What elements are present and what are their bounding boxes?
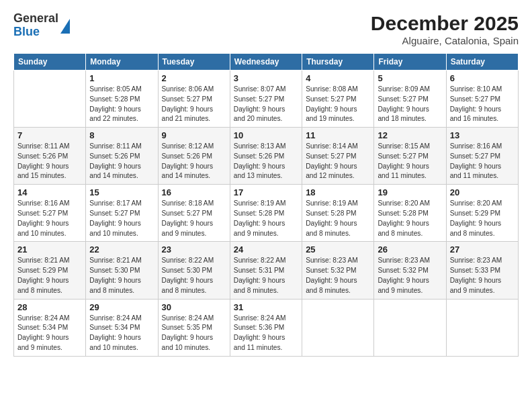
day-info: Sunrise: 8:20 AMSunset: 5:29 PMDaylight:…	[450, 199, 515, 238]
day-info: Sunrise: 8:21 AMSunset: 5:30 PMDaylight:…	[89, 256, 154, 295]
day-number: 3	[234, 73, 298, 83]
day-number: 26	[378, 244, 442, 255]
calendar-week-1: 1Sunrise: 8:05 AMSunset: 5:28 PMDaylight…	[14, 71, 519, 128]
logo-triangle-icon	[60, 19, 70, 34]
table-cell: 26Sunrise: 8:23 AMSunset: 5:32 PMDayligh…	[374, 242, 446, 299]
table-cell: 22Sunrise: 8:21 AMSunset: 5:30 PMDayligh…	[86, 242, 158, 299]
col-sunday: Sunday	[14, 54, 86, 71]
col-saturday: Saturday	[446, 54, 518, 71]
table-cell: 3Sunrise: 8:07 AMSunset: 5:27 PMDaylight…	[230, 71, 302, 128]
day-number: 7	[17, 130, 82, 140]
day-info: Sunrise: 8:21 AMSunset: 5:29 PMDaylight:…	[17, 256, 82, 295]
table-cell: 7Sunrise: 8:11 AMSunset: 5:26 PMDaylight…	[14, 128, 86, 185]
table-cell	[446, 299, 518, 356]
day-number: 6	[450, 73, 515, 83]
day-info: Sunrise: 8:15 AMSunset: 5:27 PMDaylight:…	[378, 142, 442, 181]
table-cell: 5Sunrise: 8:09 AMSunset: 5:27 PMDaylight…	[374, 71, 446, 128]
day-number: 13	[450, 130, 515, 140]
table-cell: 17Sunrise: 8:19 AMSunset: 5:28 PMDayligh…	[230, 185, 302, 242]
table-cell	[14, 71, 86, 128]
day-info: Sunrise: 8:19 AMSunset: 5:28 PMDaylight:…	[234, 199, 298, 238]
day-info: Sunrise: 8:05 AMSunset: 5:28 PMDaylight:…	[89, 85, 154, 124]
table-cell: 8Sunrise: 8:11 AMSunset: 5:26 PMDaylight…	[86, 128, 158, 185]
day-info: Sunrise: 8:07 AMSunset: 5:27 PMDaylight:…	[234, 85, 298, 124]
day-number: 25	[306, 244, 370, 255]
calendar-week-2: 7Sunrise: 8:11 AMSunset: 5:26 PMDaylight…	[14, 128, 519, 185]
day-info: Sunrise: 8:14 AMSunset: 5:27 PMDaylight:…	[306, 142, 370, 181]
day-info: Sunrise: 8:06 AMSunset: 5:27 PMDaylight:…	[162, 85, 226, 124]
calendar-table: Sunday Monday Tuesday Wednesday Thursday…	[13, 53, 519, 357]
table-cell: 4Sunrise: 8:08 AMSunset: 5:27 PMDaylight…	[302, 71, 374, 128]
calendar-week-3: 14Sunrise: 8:16 AMSunset: 5:27 PMDayligh…	[14, 185, 519, 242]
table-cell: 27Sunrise: 8:23 AMSunset: 5:33 PMDayligh…	[446, 242, 518, 299]
table-cell: 20Sunrise: 8:20 AMSunset: 5:29 PMDayligh…	[446, 185, 518, 242]
day-number: 8	[89, 130, 154, 140]
day-number: 24	[234, 244, 298, 255]
day-number: 16	[162, 187, 226, 197]
logo-general: General	[13, 12, 58, 26]
day-info: Sunrise: 8:23 AMSunset: 5:32 PMDaylight:…	[306, 256, 370, 295]
day-number: 21	[17, 244, 82, 255]
header: General Blue December 2025 Alguaire, Cat…	[13, 12, 519, 46]
table-cell: 11Sunrise: 8:14 AMSunset: 5:27 PMDayligh…	[302, 128, 374, 185]
col-thursday: Thursday	[302, 54, 374, 71]
day-number: 19	[378, 187, 442, 197]
day-number: 10	[234, 130, 298, 140]
day-info: Sunrise: 8:11 AMSunset: 5:26 PMDaylight:…	[89, 142, 154, 181]
day-number: 30	[162, 302, 226, 312]
table-cell: 2Sunrise: 8:06 AMSunset: 5:27 PMDaylight…	[158, 71, 230, 128]
page: General Blue December 2025 Alguaire, Cat…	[0, 0, 532, 411]
day-number: 11	[306, 130, 370, 140]
col-monday: Monday	[86, 54, 158, 71]
day-info: Sunrise: 8:16 AMSunset: 5:27 PMDaylight:…	[450, 142, 515, 181]
table-cell: 6Sunrise: 8:10 AMSunset: 5:27 PMDaylight…	[446, 71, 518, 128]
table-cell: 28Sunrise: 8:24 AMSunset: 5:34 PMDayligh…	[14, 299, 86, 356]
day-info: Sunrise: 8:20 AMSunset: 5:28 PMDaylight:…	[378, 199, 442, 238]
day-info: Sunrise: 8:19 AMSunset: 5:28 PMDaylight:…	[306, 199, 370, 238]
table-cell: 23Sunrise: 8:22 AMSunset: 5:30 PMDayligh…	[158, 242, 230, 299]
day-info: Sunrise: 8:16 AMSunset: 5:27 PMDaylight:…	[17, 199, 82, 238]
day-info: Sunrise: 8:18 AMSunset: 5:27 PMDaylight:…	[162, 199, 226, 238]
day-info: Sunrise: 8:08 AMSunset: 5:27 PMDaylight:…	[306, 85, 370, 124]
table-cell: 16Sunrise: 8:18 AMSunset: 5:27 PMDayligh…	[158, 185, 230, 242]
calendar-week-4: 21Sunrise: 8:21 AMSunset: 5:29 PMDayligh…	[14, 242, 519, 299]
day-info: Sunrise: 8:09 AMSunset: 5:27 PMDaylight:…	[378, 85, 442, 124]
table-cell: 18Sunrise: 8:19 AMSunset: 5:28 PMDayligh…	[302, 185, 374, 242]
day-number: 31	[234, 302, 298, 312]
day-number: 15	[89, 187, 154, 197]
table-cell: 12Sunrise: 8:15 AMSunset: 5:27 PMDayligh…	[374, 128, 446, 185]
day-number: 1	[89, 73, 154, 83]
table-cell: 29Sunrise: 8:24 AMSunset: 5:34 PMDayligh…	[86, 299, 158, 356]
day-info: Sunrise: 8:12 AMSunset: 5:26 PMDaylight:…	[162, 142, 226, 181]
day-number: 2	[162, 73, 226, 83]
table-cell: 1Sunrise: 8:05 AMSunset: 5:28 PMDaylight…	[86, 71, 158, 128]
day-number: 28	[17, 302, 82, 312]
table-cell: 14Sunrise: 8:16 AMSunset: 5:27 PMDayligh…	[14, 185, 86, 242]
day-number: 20	[450, 187, 515, 197]
day-info: Sunrise: 8:24 AMSunset: 5:34 PMDaylight:…	[89, 314, 154, 353]
day-number: 4	[306, 73, 370, 83]
table-cell: 21Sunrise: 8:21 AMSunset: 5:29 PMDayligh…	[14, 242, 86, 299]
calendar-title: December 2025	[371, 12, 519, 35]
day-info: Sunrise: 8:24 AMSunset: 5:35 PMDaylight:…	[162, 314, 226, 353]
calendar-week-5: 28Sunrise: 8:24 AMSunset: 5:34 PMDayligh…	[14, 299, 519, 356]
table-cell: 31Sunrise: 8:24 AMSunset: 5:36 PMDayligh…	[230, 299, 302, 356]
title-block: December 2025 Alguaire, Catalonia, Spain	[371, 12, 519, 46]
table-cell: 30Sunrise: 8:24 AMSunset: 5:35 PMDayligh…	[158, 299, 230, 356]
day-number: 22	[89, 244, 154, 255]
table-cell: 25Sunrise: 8:23 AMSunset: 5:32 PMDayligh…	[302, 242, 374, 299]
table-cell: 13Sunrise: 8:16 AMSunset: 5:27 PMDayligh…	[446, 128, 518, 185]
logo: General Blue	[13, 12, 70, 39]
day-number: 17	[234, 187, 298, 197]
col-wednesday: Wednesday	[230, 54, 302, 71]
logo-text: General Blue	[13, 12, 58, 39]
table-cell: 15Sunrise: 8:17 AMSunset: 5:27 PMDayligh…	[86, 185, 158, 242]
table-cell	[374, 299, 446, 356]
col-friday: Friday	[374, 54, 446, 71]
day-number: 12	[378, 130, 442, 140]
table-cell: 24Sunrise: 8:22 AMSunset: 5:31 PMDayligh…	[230, 242, 302, 299]
day-number: 18	[306, 187, 370, 197]
day-info: Sunrise: 8:23 AMSunset: 5:33 PMDaylight:…	[450, 256, 515, 295]
day-number: 27	[450, 244, 515, 255]
day-number: 23	[162, 244, 226, 255]
